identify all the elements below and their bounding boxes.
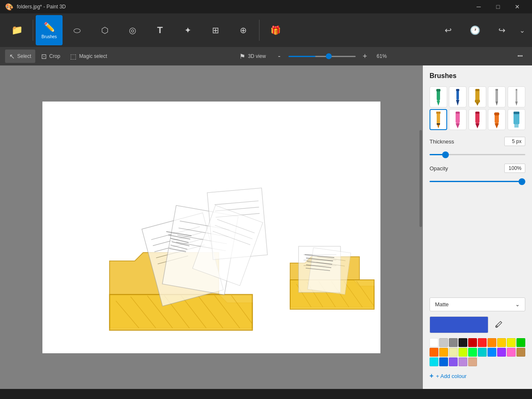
color-orange[interactable] (487, 338, 496, 347)
titlebar-controls: ─ □ ✕ (469, 0, 527, 13)
toolbar-end: ↩ 🕐 ↪ ⌄ (435, 15, 529, 45)
toolbar-select-2d[interactable]: ⬭ (63, 15, 90, 45)
color-red[interactable] (478, 338, 487, 347)
color-light-gray[interactable] (439, 338, 448, 347)
select-button[interactable]: ↖ Select (5, 50, 35, 63)
color-green[interactable] (516, 338, 525, 347)
undo-icon: ↩ (445, 25, 452, 35)
toolbar-mixed-reality[interactable]: ⊕ (230, 15, 257, 45)
add-color-button[interactable]: + + Add colour (430, 370, 525, 382)
color-bright-green[interactable] (468, 348, 477, 357)
color-cyan[interactable] (430, 357, 438, 366)
svg-marker-53 (437, 101, 440, 106)
brush-item-teal-fill[interactable] (508, 109, 525, 130)
app-icon: 🎨 (5, 3, 13, 11)
brush-item-calligraphy[interactable] (449, 86, 466, 107)
brush-item-thin-pen[interactable] (508, 86, 525, 107)
toolbar-shapes-3d[interactable]: ⬡ (91, 15, 118, 45)
minimize-button[interactable]: ─ (469, 0, 488, 13)
svg-rect-80 (494, 112, 499, 115)
canvas[interactable] (42, 102, 380, 353)
color-purple[interactable] (497, 348, 506, 357)
view3d-label: 3D view (248, 53, 266, 59)
main: Brushes (0, 65, 532, 389)
color-tan[interactable] (468, 357, 477, 366)
brush-item-marker[interactable] (430, 86, 447, 107)
svg-rect-83 (514, 124, 519, 128)
color-teal[interactable] (478, 348, 487, 357)
toolbar-undo[interactable]: ↩ (435, 15, 461, 45)
color-gold[interactable] (497, 338, 506, 347)
color-dark-orange[interactable] (430, 348, 438, 357)
svg-rect-64 (495, 89, 498, 91)
canvas-scrollbar[interactable] (419, 130, 422, 227)
svg-rect-77 (475, 112, 480, 114)
eyedropper-button[interactable] (492, 318, 505, 331)
zoom-slider-wrap (288, 56, 356, 57)
toolbar-effects[interactable]: ✦ (174, 15, 201, 45)
select-icon: ↖ (9, 52, 15, 60)
color-pink[interactable] (507, 348, 516, 357)
panel-title: Brushes (430, 72, 525, 80)
color-cream[interactable] (449, 348, 458, 357)
svg-rect-62 (495, 89, 498, 102)
shapes-3d-icon: ⬡ (101, 25, 108, 35)
brush-item-orange-spray[interactable] (488, 109, 506, 130)
zoom-in-button[interactable]: + (359, 50, 371, 62)
brush-item-red-marker[interactable] (469, 109, 486, 130)
toolbar-brushes[interactable]: ✏️ Brushes (36, 15, 63, 45)
maximize-button[interactable]: □ (488, 0, 508, 13)
toolbar-more-button[interactable]: ⌄ (515, 23, 529, 37)
color-blue[interactable] (487, 348, 496, 357)
opacity-slider[interactable] (430, 181, 525, 182)
toolbar-menu[interactable]: 📁 (3, 15, 30, 45)
toolbar-stickers[interactable]: ◎ (119, 15, 146, 45)
crop-button[interactable]: ⊡ Crop (37, 50, 64, 63)
color-gray[interactable] (449, 338, 458, 347)
zoom-out-button[interactable]: - (273, 50, 285, 62)
svg-marker-73 (456, 123, 460, 128)
right-panel: Brushes (423, 65, 532, 389)
toolbar-crop[interactable]: ⊞ (202, 15, 229, 45)
actionbar-center: ⚑ 3D view - + 61% (235, 50, 389, 63)
toolbar-gift[interactable]: 🎁 (262, 15, 289, 45)
color-lavender[interactable] (459, 357, 467, 366)
svg-marker-79 (495, 123, 499, 128)
toolbar: 📁 ✏️ Brushes ⬭ ⬡ ◎ T ✦ ⊞ ⊕ 🎁 ↩ 🕐 ↪ ⌄ (0, 13, 532, 47)
color-white[interactable] (430, 338, 438, 347)
opacity-label: Opacity (430, 165, 448, 172)
svg-rect-71 (437, 123, 440, 125)
color-lime[interactable] (459, 348, 467, 357)
brush-item-pencil-active[interactable] (430, 109, 447, 130)
opacity-section: Opacity 100% (430, 164, 525, 184)
brush-item-oil[interactable] (469, 86, 486, 107)
redo-icon: ↪ (498, 25, 506, 35)
matte-label: Matte (435, 301, 449, 308)
more-icon: ••• (517, 53, 523, 59)
close-button[interactable]: ✕ (508, 0, 527, 13)
color-dark-red[interactable] (468, 338, 477, 347)
magic-select-button[interactable]: ⬚ Magic select (66, 50, 111, 63)
toolbar-history[interactable]: 🕐 (461, 15, 488, 45)
thickness-value: 5 px (504, 137, 525, 146)
zoom-value: 61% (374, 53, 389, 59)
toolbar-redo[interactable]: ↪ (488, 15, 515, 45)
color-violet[interactable] (449, 357, 458, 366)
svg-rect-44 (307, 248, 351, 295)
color-brown[interactable] (516, 348, 525, 357)
brush-item-pink-marker[interactable] (449, 109, 466, 130)
color-amber[interactable] (439, 348, 448, 357)
color-black[interactable] (459, 338, 467, 347)
view3d-button[interactable]: ⚑ 3D view (235, 50, 270, 63)
zoom-slider[interactable] (288, 56, 356, 57)
canvas-area[interactable] (0, 65, 423, 389)
add-color-label: + Add colour (436, 373, 466, 379)
color-preview[interactable] (430, 316, 488, 333)
more-options-button[interactable]: ••• (513, 50, 527, 63)
thickness-slider[interactable] (430, 154, 525, 155)
toolbar-text[interactable]: T (147, 15, 173, 45)
color-yellow[interactable] (507, 338, 516, 347)
brush-item-pencil-gray[interactable] (488, 86, 506, 107)
matte-dropdown[interactable]: Matte ⌄ (430, 297, 525, 311)
color-sky[interactable] (439, 357, 448, 366)
